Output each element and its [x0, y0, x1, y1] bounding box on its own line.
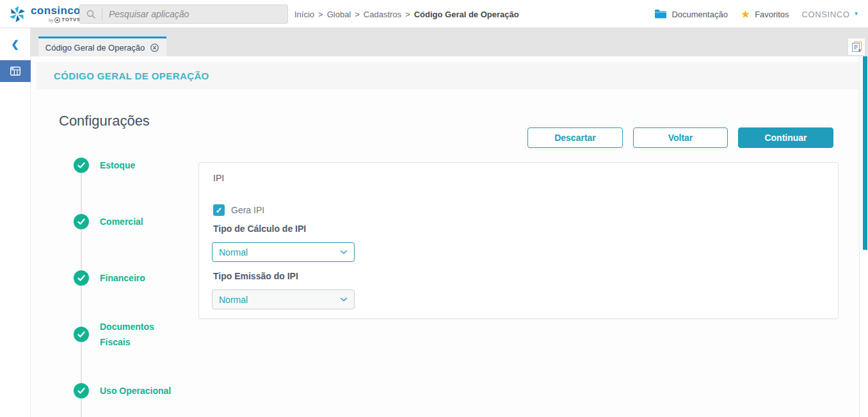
chevron-down-icon [340, 250, 348, 254]
select-value: Normal [219, 247, 248, 258]
user-menu[interactable]: CONSINCO ▼ [802, 10, 859, 19]
step-label: Uso Operacional [100, 383, 175, 398]
breadcrumb-separator: > [318, 10, 323, 19]
step-label: Estoque [100, 158, 175, 173]
section-header-text: CÓDIGO GERAL DE OPERAÇÃO [54, 70, 209, 81]
tab-list-icon [850, 40, 863, 53]
breadcrumb: Início > Global > Cadastros > Código Ger… [294, 0, 519, 28]
star-icon: ★ [741, 9, 750, 20]
search-input[interactable] [102, 9, 287, 19]
brand-byline: by TOTVS [31, 17, 81, 23]
checkbox-label: Gera IPI [231, 205, 264, 215]
sidebar-item-modules[interactable] [0, 60, 31, 82]
folder-icon [654, 9, 667, 19]
section-header-bar: CÓDIGO GERAL DE OPERAÇÃO [36, 62, 859, 89]
step-comercial[interactable]: Comercial [74, 214, 175, 229]
checkbox-check-icon: ✓ [213, 204, 225, 216]
select-value: Normal [219, 295, 248, 305]
tipo-emissao-label: Tipo Emissão do IPI [213, 271, 298, 281]
favorites-link[interactable]: ★ Favoritos [741, 9, 789, 20]
consinco-pinwheel-icon [8, 4, 27, 24]
topbar-actions: Documentação ★ Favoritos CONSINCO ▼ [654, 0, 859, 28]
breadcrumb-item-inicio[interactable]: Início [294, 10, 314, 19]
favorites-label: Favoritos [755, 10, 789, 19]
card-title: IPI [213, 173, 224, 183]
discard-button[interactable]: Descartar [527, 127, 623, 148]
tipo-calculo-label: Tipo de Cálculo de IPI [213, 224, 306, 234]
tipo-emissao-select[interactable]: Normal [212, 290, 355, 309]
tipo-calculo-select[interactable]: Normal [212, 242, 355, 262]
continue-button[interactable]: Continuar [738, 127, 833, 148]
breadcrumb-item-cadastros[interactable]: Cadastros [364, 10, 401, 19]
chevron-down-icon [340, 297, 348, 302]
brand-wordmark: consinco by TOTVS [31, 5, 81, 23]
gera-ipi-checkbox[interactable]: ✓ Gera IPI [213, 204, 264, 216]
user-menu-label: CONSINCO [802, 10, 850, 19]
tab-label: Código Geral de Operação [45, 43, 145, 53]
search-icon [80, 8, 102, 20]
sidebar-collapse-button[interactable]: ❮ [0, 38, 30, 50]
step-label: Documentos Fiscais [100, 319, 175, 350]
chevron-down-icon: ▼ [853, 12, 859, 17]
brand-name: consinco [31, 5, 81, 16]
breadcrumb-item-global[interactable]: Global [327, 10, 351, 19]
ipi-card: IPI ✓ Gera IPI Tipo de Cálculo de IPI No… [198, 162, 839, 319]
step-check-icon [74, 214, 89, 229]
app-search[interactable] [79, 4, 288, 24]
step-uso-operacional[interactable]: Uso Operacional [74, 383, 175, 398]
step-check-icon [74, 327, 89, 342]
tab-codigo-geral-de-operacao[interactable]: Código Geral de Operação [38, 37, 166, 56]
step-label: Comercial [100, 214, 175, 229]
brand-logo[interactable]: consinco by TOTVS [8, 4, 81, 24]
step-estoque[interactable]: Estoque [74, 158, 175, 173]
documentation-link[interactable]: Documentação [654, 9, 727, 19]
sidebar: ❮ [0, 28, 31, 417]
topbar: consinco by TOTVS Início > Global > [0, 0, 868, 28]
byline-totvs: TOTVS [61, 17, 81, 22]
app-window: consinco by TOTVS Início > Global > [0, 0, 868, 417]
tab-bar: Código Geral de Operação [31, 28, 868, 56]
wizard-stepper: Estoque Comercial Financeiro Documentos … [74, 158, 176, 417]
page-title: Configurações [59, 113, 150, 129]
totvs-icon [54, 17, 60, 23]
content-area: CÓDIGO GERAL DE OPERAÇÃO Configurações D… [31, 56, 868, 417]
documentation-label: Documentação [671, 10, 727, 19]
breadcrumb-current: Código Geral de Operação [414, 10, 519, 19]
back-button[interactable]: Voltar [633, 127, 728, 148]
tab-list-button[interactable] [848, 38, 865, 56]
content-scrollbar[interactable] [859, 56, 868, 417]
scrollbar-thumb[interactable] [863, 56, 867, 250]
step-financeiro[interactable]: Financeiro [74, 270, 175, 286]
byline-by: by [49, 18, 53, 22]
step-check-icon [74, 270, 89, 286]
step-label: Financeiro [100, 270, 175, 286]
breadcrumb-separator: > [355, 10, 360, 19]
step-check-icon [74, 383, 89, 398]
breadcrumb-separator: > [405, 10, 410, 19]
grid-table-icon [9, 65, 22, 78]
step-check-icon [74, 158, 89, 173]
step-documentos-fiscais[interactable]: Documentos Fiscais [74, 319, 175, 350]
tab-close-icon[interactable] [150, 43, 159, 53]
